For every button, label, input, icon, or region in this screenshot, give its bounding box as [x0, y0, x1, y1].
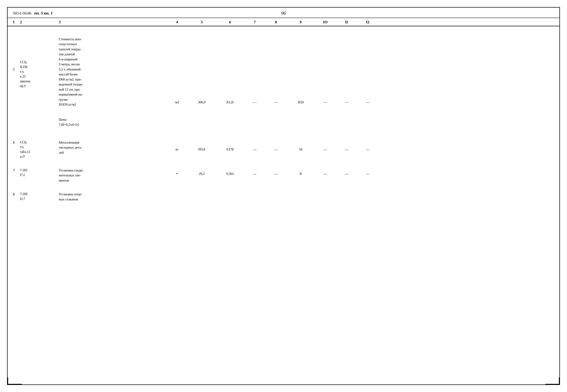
row5-unit: м2: [166, 32, 188, 133]
row5-col7: —: [244, 32, 265, 133]
row6-col6: 0,I78: [216, 140, 244, 152]
row5-desc: Стоимость мно- гопустотных панелей покры…: [57, 32, 166, 133]
table-row: 7 7-285 I7-I Установка соеди- нительных …: [8, 161, 559, 185]
row7-unit: *: [166, 168, 188, 177]
col-header-11: II: [336, 20, 357, 24]
page-container: 503-I-50.86 оп. 5 кн. 1 96 I 2 3 4 5 6 7…: [7, 7, 560, 385]
row5-col6: IO,2I: [216, 32, 244, 133]
row5-ref: ССЦ II-I58 т.ч. п.25 прилож. пр.9: [18, 32, 57, 88]
row5-col8: —: [265, 32, 287, 133]
row7-col12: —: [357, 168, 378, 176]
row6-unit: кг: [166, 140, 188, 152]
row7-col8: —: [265, 168, 287, 176]
row7-col6: 0,362: [216, 168, 244, 176]
row6-col10: —: [315, 140, 336, 152]
row7-col7: —: [244, 168, 265, 176]
col-header-12: I2: [357, 20, 378, 24]
row8-desc: Установка опор- ных стаканов: [57, 192, 166, 202]
row6-num: 6: [8, 140, 18, 145]
header-subtitle: оп. 5 кн. 1: [34, 11, 53, 15]
row6-col5: I93,0: [188, 140, 216, 152]
bottom-right-bracket: [545, 377, 559, 384]
row7-desc: Установка соеди- нительных эле- ментов: [57, 168, 166, 183]
row6-col8: —: [265, 140, 287, 152]
table-row: 8 7-209 I2-7 Установка опор- ных стакано…: [8, 185, 559, 204]
row5-col5: 306,0: [188, 32, 216, 133]
row6-col9: 34: [287, 140, 315, 152]
table-row: 6 ССЦ т.ч. табл.3.I п.I7 Металлизация за…: [8, 135, 559, 161]
row5-num: 5: [8, 32, 18, 72]
row8-ref: 7-209 I2-7: [18, 192, 57, 201]
col-header-1: I: [8, 20, 18, 24]
col-header-5: 5: [188, 20, 216, 24]
bottom-left-bracket: [8, 377, 22, 384]
page-number: 96: [281, 11, 286, 16]
row6-col7: —: [244, 140, 265, 152]
row5-price-note: Цена: 7,8I+0,2х4+I,6: [59, 116, 166, 128]
table-row: 5 ССЦ II-I58 т.ч. п.25 прилож. пр.9 Стои…: [8, 26, 559, 135]
row6-col12: —: [357, 140, 378, 152]
row5-col12: —: [357, 32, 378, 133]
col-header-6: 6: [216, 20, 244, 24]
code-number: 503-I-50.86: [13, 11, 31, 15]
row7-col10: —: [315, 168, 336, 176]
page-header: 503-I-50.86 оп. 5 кн. 1 96: [8, 8, 559, 18]
row7-col5: 29,2: [188, 168, 216, 176]
row6-desc: Металлизация закладных дета- лей: [57, 140, 166, 155]
row7-ref: 7-285 I7-I: [18, 168, 57, 178]
col-header-7: 7: [244, 20, 265, 24]
col-header-4: 4: [166, 20, 188, 24]
row5-col10: —: [315, 32, 336, 133]
row7-col9: II: [287, 168, 315, 176]
row6-ref: ССЦ т.ч. табл.3.I п.I7: [18, 140, 57, 159]
row7-num: 7: [8, 168, 18, 173]
row8-num: 8: [8, 192, 18, 197]
col-header-2: 2: [18, 20, 57, 24]
header-code: 503-I-50.86 оп. 5 кн. 1: [13, 11, 53, 15]
col-header-8: 8: [265, 20, 287, 24]
row6-col11: —: [336, 140, 357, 152]
col-header-10: IO: [315, 20, 336, 24]
col-header-9: 9: [287, 20, 315, 24]
row5-desc-main: Стоимость мно- гопустотных панелей покры…: [59, 37, 166, 107]
row7-col11: —: [336, 168, 357, 176]
row5-col11: —: [336, 32, 357, 133]
col-header-3: 3: [57, 20, 166, 24]
row5-col9: 3I24: [287, 32, 315, 133]
column-headers-row: I 2 3 4 5 6 7 8 9 IO II I2: [8, 18, 559, 26]
